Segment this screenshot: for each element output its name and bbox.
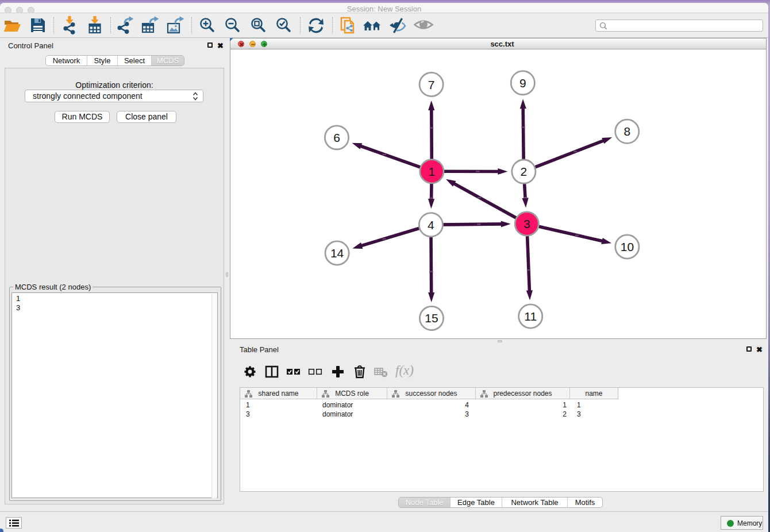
svg-text:14: 14 (330, 246, 344, 260)
svg-text:6: 6 (333, 131, 340, 144)
svg-text:15: 15 (425, 311, 438, 325)
svg-text:3: 3 (523, 217, 530, 230)
svg-text:9: 9 (519, 76, 526, 90)
svg-text:7: 7 (428, 78, 435, 91)
svg-text:4: 4 (428, 218, 434, 232)
svg-text:2: 2 (521, 165, 528, 178)
svg-text:10: 10 (621, 240, 634, 253)
svg-text:8: 8 (623, 125, 630, 138)
svg-text:11: 11 (524, 310, 537, 323)
svg-text:1: 1 (429, 165, 436, 178)
